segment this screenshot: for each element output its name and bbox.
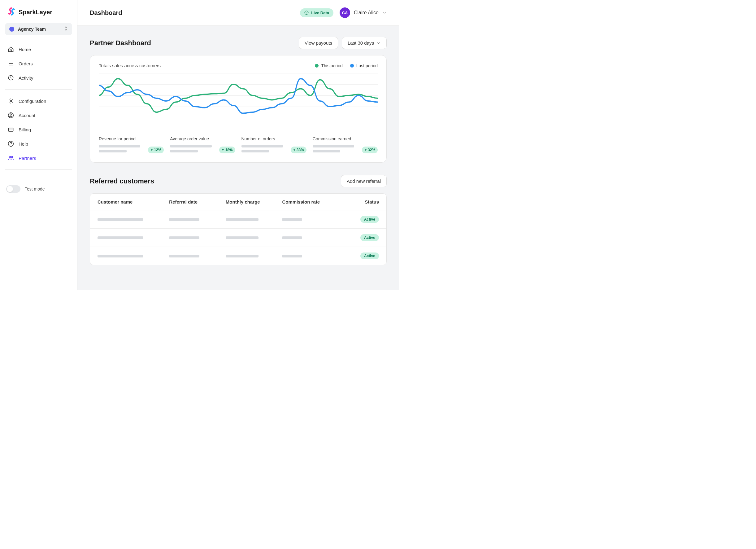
legend-this-period: This period [315, 63, 342, 68]
table-row[interactable]: Active [90, 210, 386, 228]
nav-label: Partners [19, 155, 36, 161]
brand-text: SparkLayer [19, 9, 52, 16]
nav-item-orders[interactable]: Orders [5, 57, 72, 70]
metrics-row: Revenue for period 12% Average order va [99, 136, 378, 155]
clock-icon [7, 74, 14, 81]
chart-header: Totals sales across customers This perio… [99, 63, 378, 68]
team-selector[interactable]: Agency Team [5, 23, 72, 35]
toggle-knob [7, 186, 13, 192]
partner-dashboard-title: Partner Dashboard [90, 39, 299, 47]
test-mode-toggle[interactable] [6, 185, 20, 193]
arrow-up-icon [222, 149, 224, 151]
live-data-label: Live Data [311, 11, 329, 15]
svg-point-8 [305, 11, 308, 15]
nav-label: Home [19, 47, 31, 52]
logo-icon [7, 7, 15, 17]
view-payouts-button[interactable]: View payouts [299, 37, 338, 49]
chart-area [99, 73, 378, 129]
dashboard-actions: View payouts Last 30 days [299, 37, 387, 49]
nav-item-partners[interactable]: Partners [5, 151, 72, 164]
delta-badge: 18% [219, 146, 235, 153]
svg-rect-4 [9, 128, 13, 131]
svg-point-3 [10, 114, 12, 115]
svg-point-7 [11, 156, 13, 158]
col-customer: Customer name [98, 199, 163, 204]
metric-value-skeleton [170, 145, 216, 155]
metric-value-skeleton [241, 145, 288, 155]
chevron-down-icon [382, 11, 387, 15]
referred-header: Referred customers Add new referral [90, 175, 387, 187]
avatar: CA [340, 7, 350, 18]
users-icon [7, 155, 14, 161]
metric-orders: Number of orders 33% [241, 136, 306, 155]
status-badge: Active [360, 216, 379, 223]
metric-value-skeleton [99, 145, 145, 155]
nav-label: Billing [19, 127, 31, 132]
list-icon [7, 60, 14, 67]
cell-skeleton [98, 236, 143, 239]
arrow-up-icon [364, 149, 367, 151]
card-icon [7, 126, 14, 133]
gear-icon [7, 98, 14, 104]
cell-skeleton [169, 255, 199, 257]
nav-item-account[interactable]: Account [5, 109, 72, 122]
arrow-up-icon [293, 149, 296, 151]
nav-item-billing[interactable]: Billing [5, 123, 72, 136]
col-commission-rate: Commission rate [282, 199, 332, 204]
user-icon [7, 112, 14, 119]
cell-skeleton [282, 236, 302, 239]
nav-primary: Home Orders Activity [5, 43, 72, 84]
cell-skeleton [98, 218, 143, 221]
nav-label: Orders [19, 61, 33, 66]
status-badge: Active [360, 234, 379, 241]
nav-secondary: Configuration Account Billing Help Partn… [5, 94, 72, 164]
cell-skeleton [169, 218, 199, 221]
table-header-row: Customer name Referral date Monthly char… [90, 194, 386, 210]
test-mode-label: Test mode [25, 186, 45, 191]
team-avatar-dot [9, 27, 14, 32]
svg-point-1 [10, 100, 12, 102]
nav-label: Activity [19, 75, 33, 81]
live-data-pill: Live Data [300, 8, 333, 17]
nav-label: Configuration [19, 98, 46, 104]
referred-table: Customer name Referral date Monthly char… [90, 193, 387, 265]
cell-skeleton [282, 255, 302, 257]
logo: SparkLayer [5, 7, 72, 23]
add-referral-button[interactable]: Add new referral [341, 175, 387, 187]
referred-section: Referred customers Add new referral Cust… [90, 175, 387, 265]
content: Partner Dashboard View payouts Last 30 d… [77, 26, 399, 290]
referred-title: Referred customers [90, 177, 341, 185]
delta-badge: 33% [291, 146, 306, 153]
sales-chart-card: Totals sales across customers This perio… [90, 55, 387, 163]
main: Dashboard Live Data CA Claire Alice Part… [77, 0, 399, 290]
status-badge: Active [360, 252, 379, 259]
table-row[interactable]: Active [90, 228, 386, 246]
cell-skeleton [226, 236, 259, 239]
col-referral-date: Referral date [169, 199, 219, 204]
legend-dot-icon [315, 64, 319, 67]
cell-skeleton [282, 218, 302, 221]
table-row[interactable]: Active [90, 246, 386, 265]
topbar: Dashboard Live Data CA Claire Alice [77, 0, 399, 26]
partner-dashboard-header: Partner Dashboard View payouts Last 30 d… [90, 37, 387, 49]
metric-value-skeleton [313, 145, 359, 155]
nav-label: Help [19, 141, 28, 146]
team-label: Agency Team [18, 27, 60, 32]
svg-point-6 [9, 156, 11, 158]
test-mode-row: Test mode [5, 182, 72, 196]
nav-item-help[interactable]: Help [5, 137, 72, 150]
date-range-select[interactable]: Last 30 days [342, 37, 387, 49]
nav-item-configuration[interactable]: Configuration [5, 94, 72, 107]
delta-badge: 12% [148, 146, 164, 153]
nav-item-home[interactable]: Home [5, 43, 72, 56]
cell-skeleton [226, 255, 259, 257]
user-menu[interactable]: CA Claire Alice [340, 7, 387, 18]
legend-dot-icon [350, 64, 354, 67]
delta-badge: 32% [362, 146, 378, 153]
cell-skeleton [98, 255, 143, 257]
nav-item-activity[interactable]: Activity [5, 71, 72, 84]
sidebar: SparkLayer Agency Team Home Orders Activ… [0, 0, 77, 290]
cell-skeleton [169, 236, 199, 239]
arrow-up-icon [150, 149, 153, 151]
home-icon [7, 46, 14, 53]
